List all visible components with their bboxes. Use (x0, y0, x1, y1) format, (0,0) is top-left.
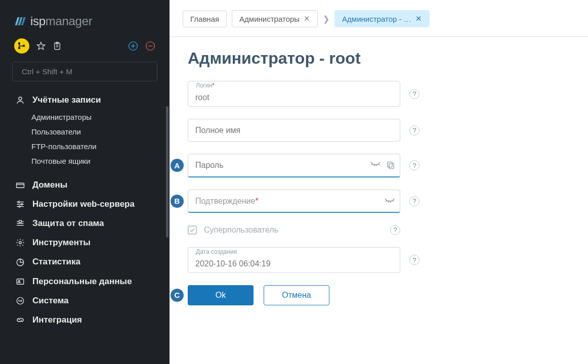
minus-circle-icon[interactable] (145, 41, 155, 51)
nav-accounts[interactable]: Учётные записи (0, 90, 170, 110)
nav-label: Учётные записи (32, 95, 101, 106)
gear-icon (15, 238, 25, 247)
superuser-label: Суперпользователь (204, 225, 278, 235)
breadcrumb-label: Администратор - … (342, 15, 411, 23)
help-icon[interactable]: ? (409, 125, 419, 135)
eye-icon[interactable] (384, 197, 395, 205)
logo-text: ispmanager (30, 14, 92, 28)
nav-personal[interactable]: Персональные данные (0, 272, 170, 291)
piechart-icon (15, 258, 25, 267)
svg-line-41 (386, 200, 386, 202)
sidebar-scrollbar[interactable] (166, 106, 169, 238)
nav-sub-users[interactable]: Пользователи (0, 124, 170, 139)
svg-point-16 (19, 97, 22, 100)
nav-sub-mail[interactable]: Почтовые ящики (0, 154, 170, 168)
breadcrumb-current[interactable]: Администратор - … ✕ (334, 10, 430, 27)
help-icon[interactable]: ? (409, 196, 419, 206)
help-icon[interactable]: ? (409, 255, 419, 265)
help-icon[interactable]: ? (409, 160, 419, 170)
cancel-button[interactable]: Отмена (264, 285, 329, 305)
step-bullet-c: C (171, 289, 184, 302)
svg-rect-31 (17, 279, 24, 284)
breadcrumb-home[interactable]: Главная (183, 11, 227, 27)
nav-webserver[interactable]: Настройки web-сервера (0, 195, 170, 214)
svg-point-29 (19, 242, 22, 244)
nav-label: Статистика (32, 256, 80, 267)
placeholder-text: Подтверждение (195, 196, 255, 206)
breadcrumb: Главная Администраторы ✕ ❯ Администратор… (170, 0, 588, 37)
star-icon[interactable] (36, 41, 46, 51)
svg-rect-5 (23, 45, 25, 47)
link-icon (15, 315, 25, 325)
logo: ispmanager (0, 0, 170, 38)
breadcrumb-label: Администраторы (239, 15, 300, 23)
plus-circle-icon[interactable] (128, 41, 138, 51)
nav-sub-admins[interactable]: Администраторы (0, 110, 170, 124)
domains-icon (15, 180, 25, 190)
login-field: root (188, 81, 400, 107)
user-icon (15, 96, 25, 105)
main: Главная Администраторы ✕ ❯ Администратор… (170, 0, 588, 364)
svg-line-38 (379, 164, 379, 166)
nav-label: Настройки web-сервера (32, 199, 135, 210)
nav-domains[interactable]: Домены (0, 175, 170, 195)
nav-tools[interactable]: Инструменты (0, 233, 170, 252)
nav-label: Интеграция (32, 314, 82, 326)
svg-text:OS: OS (18, 299, 23, 302)
fullname-field[interactable] (188, 119, 400, 142)
idcard-icon (15, 277, 25, 286)
form: Администратор - root Логин* root ? ? A (170, 37, 588, 364)
chevron-right-icon: ❯ (323, 14, 329, 24)
svg-point-32 (18, 280, 20, 282)
svg-point-24 (19, 206, 20, 207)
nav-label: Инструменты (32, 237, 91, 248)
svg-line-44 (393, 200, 393, 202)
sliders-icon (15, 200, 25, 209)
help-icon[interactable]: ? (409, 89, 419, 99)
svg-rect-40 (389, 164, 394, 169)
clipboard-icon[interactable] (53, 41, 62, 51)
sidebar: ispmanager Ctrl + Shift + M Учётные запи… (0, 0, 170, 364)
nav-label: Система (32, 295, 69, 306)
login-label: Логин* (195, 82, 216, 89)
svg-rect-39 (388, 162, 392, 168)
tree-mode-icon[interactable] (14, 38, 29, 54)
nav-integration[interactable]: Интеграция (0, 310, 170, 330)
nav-sub-ftp[interactable]: FTP-пользователи (0, 139, 170, 154)
ok-button[interactable]: Ok (188, 285, 254, 305)
svg-point-23 (21, 204, 23, 205)
step-bullet-b: B (171, 195, 184, 208)
nav-stats[interactable]: Статистика (0, 252, 170, 271)
svg-point-22 (18, 201, 20, 203)
svg-rect-17 (17, 183, 24, 188)
logo-icon (15, 15, 27, 27)
close-icon[interactable]: ✕ (415, 14, 422, 23)
generate-password-icon[interactable] (386, 161, 395, 170)
nav-label: Домены (32, 179, 67, 191)
confirm-field[interactable]: Подтверждение* (188, 190, 400, 213)
step-bullet-a: A (171, 159, 184, 172)
nav-label: Защита от спама (32, 218, 104, 229)
page-title: Администратор - root (188, 49, 570, 68)
breadcrumb-admins[interactable]: Администраторы ✕ (232, 10, 318, 27)
eye-icon[interactable] (370, 161, 381, 170)
svg-marker-6 (37, 42, 45, 50)
svg-rect-3 (18, 42, 20, 44)
superuser-row: Суперпользователь ? (188, 225, 400, 235)
os-icon: OS (15, 296, 25, 305)
search-input[interactable]: Ctrl + Shift + M (12, 62, 157, 81)
created-label: Дата создания (195, 248, 238, 255)
password-field[interactable] (188, 154, 400, 177)
nav-antispam[interactable]: Защита от спама (0, 214, 170, 233)
close-icon[interactable]: ✕ (304, 14, 310, 23)
sidebar-toolbar (0, 38, 170, 62)
svg-rect-4 (18, 47, 20, 49)
nav-label: Персональные данные (32, 276, 132, 287)
superuser-checkbox (188, 225, 197, 235)
help-icon[interactable]: ? (390, 225, 400, 235)
nav-system[interactable]: OS Система (0, 291, 170, 310)
nav: Учётные записи Администраторы Пользовате… (0, 90, 170, 364)
svg-rect-28 (19, 220, 22, 223)
svg-line-35 (371, 164, 372, 166)
shield-icon (15, 219, 25, 228)
